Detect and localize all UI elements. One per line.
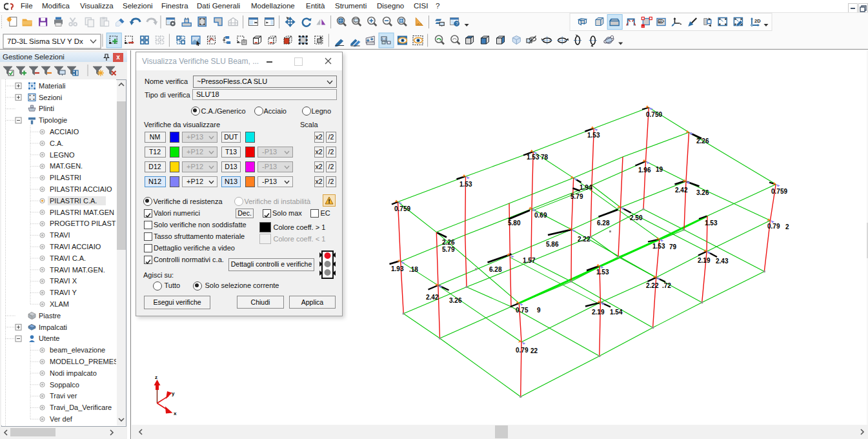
svg-text:Soppalco: Soppalco xyxy=(50,381,79,389)
svg-text:TRAVI ACCIAIO: TRAVI ACCIAIO xyxy=(50,243,101,250)
svg-text:19: 19 xyxy=(656,166,663,173)
svg-text:Impalcati: Impalcati xyxy=(39,323,67,331)
svg-text:LEGNO: LEGNO xyxy=(50,151,75,159)
svg-text:PILASTRI ACCIAIO: PILASTRI ACCIAIO xyxy=(50,185,112,193)
svg-text:79: 79 xyxy=(669,243,677,250)
svg-text:TRAVI X: TRAVI X xyxy=(50,277,77,285)
svg-text:PILASTRI C.A.: PILASTRI C.A. xyxy=(50,197,97,205)
svg-text:0.79: 0.79 xyxy=(767,223,780,230)
svg-text:Ver def: Ver def xyxy=(50,415,73,423)
svg-text:1.53: 1.53 xyxy=(459,181,472,188)
svg-text:y: y xyxy=(172,391,175,396)
svg-text:2.22: 2.22 xyxy=(646,282,659,289)
svg-text:2.42: 2.42 xyxy=(675,187,688,194)
svg-text:2: 2 xyxy=(785,223,789,230)
svg-text:2.42: 2.42 xyxy=(426,294,439,301)
svg-text:3.26: 3.26 xyxy=(696,189,709,196)
svg-text:1.53: 1.53 xyxy=(652,243,665,250)
svg-text:1.53: 1.53 xyxy=(527,154,540,161)
svg-text:2.19: 2.19 xyxy=(698,257,711,264)
svg-text:Sezioni: Sezioni xyxy=(39,94,62,101)
svg-text:3.26: 3.26 xyxy=(449,297,462,304)
svg-text:1.96: 1.96 xyxy=(638,167,651,174)
svg-text:PROGETTO PILAST: PROGETTO PILAST xyxy=(50,220,116,227)
svg-text:78: 78 xyxy=(541,154,549,161)
svg-text:1.53: 1.53 xyxy=(596,269,609,276)
svg-text:1.54: 1.54 xyxy=(610,309,623,316)
svg-text:Travi ver: Travi ver xyxy=(50,392,77,400)
svg-text:0.79: 0.79 xyxy=(516,347,529,354)
svg-text:z: z xyxy=(155,374,157,380)
svg-text:7D-3L Sisma SLV Y Dx: 7D-3L Sisma SLV Y Dx xyxy=(7,37,83,45)
svg-text:Utente: Utente xyxy=(39,334,59,342)
svg-text:1.93: 1.93 xyxy=(391,265,404,272)
svg-text:0.69: 0.69 xyxy=(534,212,547,219)
svg-text:1.53: 1.53 xyxy=(705,220,718,227)
svg-text:TRAVI: TRAVI xyxy=(50,231,70,239)
svg-text:2.50: 2.50 xyxy=(630,214,643,221)
svg-text:1.53: 1.53 xyxy=(587,132,600,139)
svg-text:5.86: 5.86 xyxy=(546,241,559,248)
svg-text:22: 22 xyxy=(530,347,538,354)
svg-text:5.79: 5.79 xyxy=(442,246,455,253)
svg-text:6.28: 6.28 xyxy=(489,266,502,273)
svg-text:PILASTRI: PILASTRI xyxy=(50,174,81,181)
svg-text:Tipologie: Tipologie xyxy=(39,116,67,124)
svg-text:2.26: 2.26 xyxy=(696,138,709,145)
svg-text:6.28: 6.28 xyxy=(597,220,610,227)
svg-text:TRAVI MAT.GEN.: TRAVI MAT.GEN. xyxy=(50,266,105,274)
svg-text:TRAVI Y: TRAVI Y xyxy=(50,289,77,296)
svg-text:MAT.GEN.: MAT.GEN. xyxy=(50,162,83,170)
svg-text:.72: .72 xyxy=(662,282,671,289)
svg-text:Travi_Da_Verificare: Travi_Da_Verificare xyxy=(50,403,112,411)
svg-text:TRAVI C.A.: TRAVI C.A. xyxy=(50,254,86,262)
svg-text:ID: ID xyxy=(659,20,663,24)
svg-text:0.759: 0.759 xyxy=(771,188,787,195)
svg-text:2.26: 2.26 xyxy=(442,239,455,246)
svg-text:0.750: 0.750 xyxy=(646,111,662,118)
svg-text:PILASTRI MAT.GEN: PILASTRI MAT.GEN xyxy=(50,209,114,216)
svg-text:Plinti: Plinti xyxy=(39,105,54,112)
svg-text:5.80: 5.80 xyxy=(508,220,521,227)
svg-text:5.79: 5.79 xyxy=(570,193,583,200)
svg-text:2.19: 2.19 xyxy=(592,309,605,316)
svg-text:1.57: 1.57 xyxy=(523,257,536,264)
svg-text:Piastre: Piastre xyxy=(39,312,61,320)
svg-text:0.759: 0.759 xyxy=(394,205,410,212)
svg-text:2.22: 2.22 xyxy=(578,236,590,243)
svg-text:2.43: 2.43 xyxy=(716,258,729,265)
svg-text:Nodi impalcato: Nodi impalcato xyxy=(50,369,97,377)
svg-text:9: 9 xyxy=(537,307,541,314)
svg-text:beam_elevazione: beam_elevazione xyxy=(50,346,105,354)
svg-text:2D: 2D xyxy=(754,18,761,24)
svg-text:?: ? xyxy=(456,21,458,26)
svg-text:XLAM: XLAM xyxy=(50,300,69,308)
svg-text:Materiali: Materiali xyxy=(39,82,66,90)
svg-text:0.75: 0.75 xyxy=(516,307,529,314)
svg-text:MODELLO_PREMES: MODELLO_PREMES xyxy=(50,358,116,365)
svg-text:1.94: 1.94 xyxy=(580,184,592,191)
svg-text:C.A.: C.A. xyxy=(50,139,63,147)
svg-text:ACCIAIO: ACCIAIO xyxy=(50,128,79,136)
svg-text:.18: .18 xyxy=(409,266,418,273)
svg-text:x: x xyxy=(174,411,177,416)
